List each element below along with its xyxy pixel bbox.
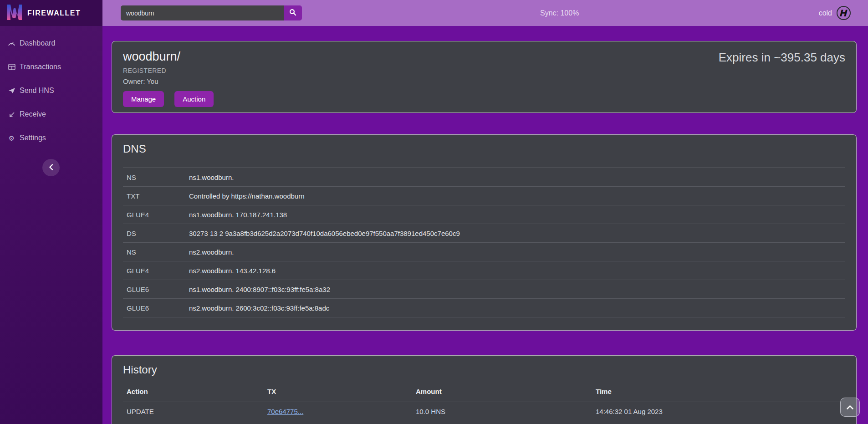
dns-record-type: TXT	[127, 192, 189, 200]
dns-record-value: ns2.woodburn.	[189, 248, 234, 256]
column-header-time: Time	[596, 388, 842, 395]
dns-record-type: DS	[127, 230, 189, 237]
search-button[interactable]	[284, 5, 302, 20]
dns-record-type: NS	[127, 248, 189, 256]
dns-record-type: NS	[127, 174, 189, 181]
search-input[interactable]	[121, 5, 284, 20]
wallet-area: cold H	[819, 0, 851, 26]
sidebar-item-send-hns[interactable]: Send HNS	[0, 81, 102, 101]
dns-record-row: GLUE4 ns2.woodburn. 143.42.128.6	[123, 261, 845, 280]
manage-button[interactable]: Manage	[123, 91, 164, 107]
dns-record-type: GLUE4	[127, 211, 189, 219]
sidebar-item-settings[interactable]: ⚙ Settings	[0, 128, 102, 148]
history-card: History Action TX Amount Time UPDATE 70e…	[112, 355, 857, 424]
history-table-header: Action TX Amount Time	[123, 384, 845, 402]
domain-summary-card: woodburn/ REGISTERED Owner: You Manage A…	[112, 41, 857, 113]
dns-record-row: NS ns1.woodburn.	[123, 168, 845, 187]
dns-record-value: Controlled by https://nathan.woodburn	[189, 192, 305, 200]
sidebar-item-dashboard[interactable]: Dashboard	[0, 33, 102, 53]
scroll-to-top-button[interactable]	[840, 398, 860, 417]
chevron-left-icon	[49, 164, 53, 172]
history-row: UPDATE 70e64775... 10.0 HNS 14:46:32 01 …	[123, 402, 845, 421]
dns-record-row: NS ns2.woodburn.	[123, 243, 845, 261]
topbar: Sync: 100% cold H	[102, 0, 868, 26]
dns-record-row: GLUE6 ns2.woodburn. 2600:3c02::f03c:93ff…	[123, 299, 845, 317]
gear-icon: ⚙	[8, 135, 15, 142]
dns-record-value: 30273 13 2 9a3a8fb3d625d2a2073d740f10da6…	[189, 230, 460, 237]
dns-record-type: GLUE6	[127, 304, 189, 312]
tx-link[interactable]: 70e64775...	[267, 408, 303, 415]
history-time: 14:46:32 01 Aug 2023	[596, 408, 842, 415]
brand-name: FIREWALLET	[27, 9, 81, 17]
history-table: Action TX Amount Time UPDATE 70e64775...…	[123, 384, 845, 424]
history-row: RENEW d79c4b... 10.0 HNS 15:45:36 07 Jul…	[123, 421, 845, 424]
send-icon	[8, 87, 15, 94]
chevron-up-icon	[847, 404, 853, 411]
sidebar-item-label: Settings	[20, 134, 46, 142]
firewallet-logo-icon	[6, 4, 23, 23]
table-icon	[8, 64, 15, 70]
column-header-amount: Amount	[416, 388, 596, 395]
sidebar-collapse-button[interactable]	[42, 159, 60, 176]
domain-owner: Owner: You	[123, 77, 845, 85]
column-header-tx: TX	[267, 388, 416, 395]
sidebar-item-receive[interactable]: Receive	[0, 104, 102, 124]
dns-record-row: DS 30273 13 2 9a3a8fb3d625d2a2073d740f10…	[123, 224, 845, 243]
auction-button[interactable]: Auction	[174, 91, 214, 107]
sidebar-item-label: Transactions	[20, 63, 61, 71]
main-content: woodburn/ REGISTERED Owner: You Manage A…	[102, 26, 868, 424]
receive-arrow-icon	[8, 112, 15, 117]
dns-record-value: ns1.woodburn. 170.187.241.138	[189, 211, 287, 219]
dns-card: DNS NS ns1.woodburn. TXT Controlled by h…	[112, 134, 857, 331]
domain-status: REGISTERED	[123, 67, 845, 74]
gauge-icon	[8, 40, 15, 47]
sync-status: Sync: 100%	[540, 0, 579, 26]
history-amount: 10.0 HNS	[416, 408, 596, 415]
dns-record-value: ns1.woodburn. 2400:8907::f03c:93ff:fe5a:…	[189, 286, 330, 293]
expires-label: Expires in ~395.35 days	[719, 51, 845, 65]
dns-record-value: ns2.woodburn. 143.42.128.6	[189, 267, 276, 275]
search-bar	[121, 5, 302, 20]
sidebar-item-label: Receive	[20, 110, 46, 118]
dns-record-type: GLUE6	[127, 286, 189, 293]
sidebar: FIREWALLET Dashboard Transactions	[0, 0, 102, 424]
dns-card-title: DNS	[123, 142, 845, 156]
dns-table: NS ns1.woodburn. TXT Controlled by https…	[123, 168, 845, 317]
handshake-logo-icon[interactable]: H	[837, 6, 851, 20]
history-card-title: History	[123, 363, 845, 377]
sidebar-nav: Dashboard Transactions Send HNS	[0, 26, 102, 148]
dns-record-type: GLUE4	[127, 267, 189, 275]
wallet-name-badge: cold	[819, 9, 832, 17]
dns-record-row: GLUE4 ns1.woodburn. 170.187.241.138	[123, 205, 845, 224]
column-header-action: Action	[127, 388, 267, 395]
sidebar-item-label: Send HNS	[20, 87, 54, 95]
dns-record-value: ns2.woodburn. 2600:3c02::f03c:93ff:fe5a:…	[189, 304, 329, 312]
sidebar-item-transactions[interactable]: Transactions	[0, 57, 102, 77]
history-action: UPDATE	[127, 408, 267, 415]
brand-header: FIREWALLET	[0, 0, 102, 26]
dns-record-value: ns1.woodburn.	[189, 174, 234, 181]
dns-record-row: GLUE6 ns1.woodburn. 2400:8907::f03c:93ff…	[123, 280, 845, 299]
sidebar-item-label: Dashboard	[20, 39, 55, 47]
magnifier-icon	[289, 9, 296, 17]
dns-record-row: TXT Controlled by https://nathan.woodbur…	[123, 187, 845, 205]
